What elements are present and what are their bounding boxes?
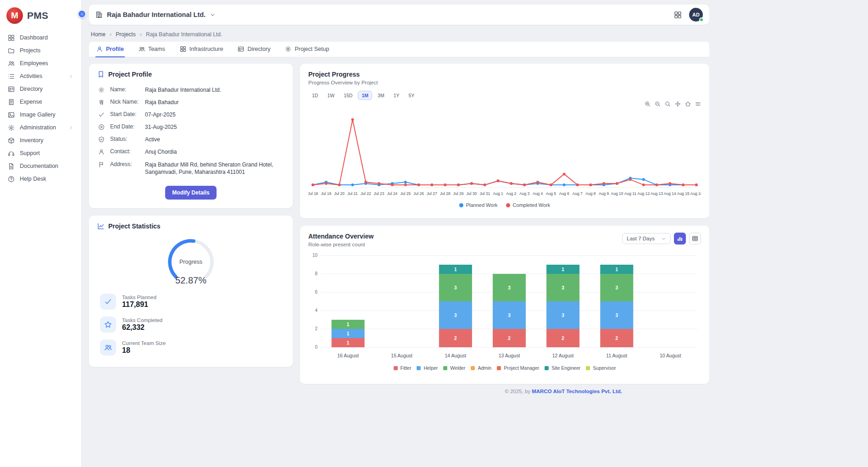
tab-teams[interactable]: Teams — [138, 42, 166, 57]
data-point-completed-work[interactable] — [668, 182, 671, 185]
tab-label: Directory — [247, 46, 270, 52]
breadcrumb-item-home[interactable]: Home — [91, 31, 106, 38]
apps-grid-button[interactable] — [674, 11, 682, 19]
data-point-completed-work[interactable] — [444, 183, 446, 186]
tab-profile[interactable]: Profile — [95, 42, 125, 57]
data-point-completed-work[interactable] — [523, 183, 526, 186]
pan-tool-button[interactable] — [675, 101, 681, 108]
data-point-completed-work[interactable] — [364, 181, 367, 183]
data-point-completed-work[interactable] — [682, 183, 684, 186]
sidebar-item-support[interactable]: Support — [0, 147, 81, 160]
data-point-completed-work[interactable] — [338, 183, 341, 186]
zoom-out-tool-button[interactable] — [655, 101, 661, 108]
data-point-planned-work[interactable] — [563, 183, 566, 186]
table-view-toggle-button[interactable] — [689, 233, 701, 245]
data-point-completed-work[interactable] — [616, 182, 618, 185]
data-point-completed-work[interactable] — [378, 182, 380, 185]
data-point-completed-work[interactable] — [589, 183, 592, 186]
x-tick-label: Jul 24 — [387, 191, 398, 196]
attendance-range-select[interactable]: Last 7 Days — [622, 233, 671, 244]
tab-directory[interactable]: Directory — [237, 42, 271, 57]
range-1d-button[interactable]: 1D — [308, 91, 322, 100]
sidebar-item-administration[interactable]: Administration — [0, 121, 81, 134]
profile-field-start-date: Start Date:07-Apr-2025 — [97, 108, 284, 121]
data-point-completed-work[interactable] — [351, 118, 354, 121]
user-avatar[interactable]: AD — [689, 8, 703, 22]
data-point-completed-work[interactable] — [470, 182, 473, 185]
data-point-completed-work[interactable] — [563, 172, 566, 175]
data-point-completed-work[interactable] — [404, 183, 407, 186]
bar-value-label: 1 — [616, 267, 618, 272]
sidebar-item-help-desk[interactable]: Help Desk — [0, 172, 81, 185]
table-icon — [692, 235, 698, 242]
data-point-completed-work[interactable] — [391, 183, 394, 186]
legend-item-supervisor[interactable]: Supervisor — [586, 365, 616, 371]
footer-link[interactable]: MARCO AIoT Technologies Pvt. Ltd. — [532, 389, 622, 394]
tab-infrastructure[interactable]: Infrastructure — [179, 42, 224, 57]
legend-item-project-manager[interactable]: Project Manager — [497, 365, 539, 371]
data-point-planned-work[interactable] — [404, 181, 407, 183]
sidebar-nav: DashboardProjectsEmployeesActivitiesDire… — [0, 31, 81, 185]
legend-item-welder[interactable]: Welder — [443, 365, 465, 371]
data-point-completed-work[interactable] — [576, 183, 579, 186]
legend-item-site-engineer[interactable]: Site Engineer — [545, 365, 580, 371]
profile-card-title: Project Profile — [97, 71, 284, 78]
sidebar-item-documentation[interactable]: Documentation — [0, 160, 81, 172]
data-point-completed-work[interactable] — [497, 179, 500, 182]
zoom-in-icon — [645, 101, 651, 107]
modify-details-button[interactable]: Modify Details — [165, 186, 216, 200]
range-3m-button[interactable]: 3M — [374, 91, 388, 100]
home-tool-button[interactable] — [685, 101, 691, 108]
data-point-planned-work[interactable] — [351, 183, 354, 186]
sidebar-item-inventory[interactable]: Inventory — [0, 134, 81, 147]
data-point-completed-work[interactable] — [325, 182, 328, 185]
range-1m-button[interactable]: 1M — [358, 91, 372, 100]
legend-item-admin[interactable]: Admin — [471, 365, 491, 371]
sidebar-collapse-button[interactable]: ‹ — [78, 10, 86, 18]
x-tick-label: Aug 13 — [651, 191, 663, 196]
magnifier-tool-button[interactable] — [665, 101, 671, 108]
data-point-planned-work[interactable] — [642, 178, 645, 181]
data-point-completed-work[interactable] — [510, 182, 512, 185]
data-point-completed-work[interactable] — [642, 183, 645, 186]
bar-value-label: 3 — [454, 313, 457, 318]
data-point-completed-work[interactable] — [312, 183, 314, 186]
chart-view-toggle-button[interactable] — [674, 233, 686, 245]
sidebar-item-activities[interactable]: Activities — [0, 70, 81, 83]
sidebar-item-dashboard[interactable]: Dashboard — [0, 31, 81, 44]
sidebar-item-directory[interactable]: Directory — [0, 83, 81, 95]
range-1w-button[interactable]: 1W — [323, 91, 338, 100]
x-tick-label: Aug 8 — [585, 191, 595, 196]
data-point-completed-work[interactable] — [536, 181, 539, 183]
range-1y-button[interactable]: 1Y — [390, 91, 403, 100]
x-category-label: 12 August — [552, 353, 574, 358]
legend-item-planned-work[interactable]: Planned Work — [459, 202, 498, 208]
sidebar-item-expense[interactable]: Expense — [0, 95, 81, 108]
data-point-completed-work[interactable] — [417, 183, 420, 186]
sidebar-item-image-gallery[interactable]: Image Gallery — [0, 108, 81, 121]
field-value: Raja Bahadur Mill Rd, behind Sheraton Gr… — [145, 161, 284, 176]
tab-project-setup[interactable]: Project Setup — [284, 42, 330, 57]
stat-list: Tasks Planned117,891Tasks Completed62,33… — [97, 294, 284, 356]
data-point-completed-work[interactable] — [656, 183, 658, 186]
menu-tool-button[interactable] — [695, 101, 701, 108]
brand[interactable]: M PMS — [0, 5, 81, 31]
sidebar-item-projects[interactable]: Projects — [0, 44, 81, 57]
range-15d-button[interactable]: 15D — [340, 91, 356, 100]
sidebar-item-employees[interactable]: Employees — [0, 57, 81, 70]
legend-item-fitter[interactable]: Fitter — [394, 365, 412, 371]
range-5y-button[interactable]: 5Y — [405, 91, 418, 100]
legend-item-helper[interactable]: Helper — [417, 365, 438, 371]
data-point-completed-work[interactable] — [430, 183, 433, 186]
company-selector[interactable]: Raja Bahadur International Ltd. — [95, 11, 216, 18]
zoom-in-tool-button[interactable] — [645, 101, 651, 108]
data-point-completed-work[interactable] — [484, 183, 486, 186]
data-point-completed-work[interactable] — [457, 183, 460, 186]
data-point-completed-work[interactable] — [695, 183, 698, 186]
data-point-completed-work[interactable] — [602, 182, 605, 185]
data-point-completed-work[interactable] — [550, 183, 552, 186]
breadcrumb-item-projects[interactable]: Projects — [116, 31, 135, 38]
bar-value-label: 2 — [562, 336, 564, 341]
legend-item-completed-work[interactable]: Completed Work — [506, 202, 551, 208]
data-point-completed-work[interactable] — [629, 178, 632, 181]
